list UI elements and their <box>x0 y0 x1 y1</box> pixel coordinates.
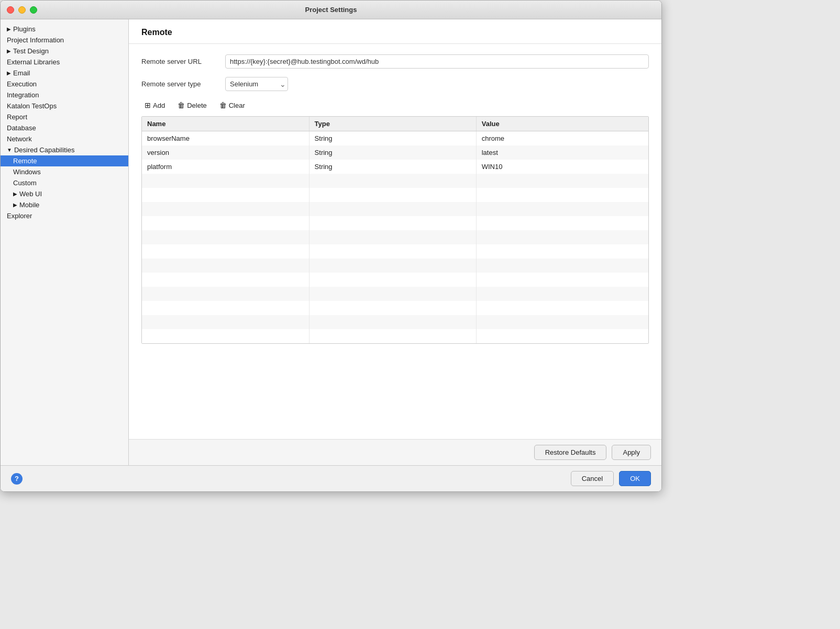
cell-empty <box>142 301 309 315</box>
cell-value: WIN10 <box>476 160 648 174</box>
cell-empty <box>309 259 476 273</box>
sidebar-item-mobile[interactable]: ▶Mobile <box>1 199 128 210</box>
sidebar-item-label: Desired Capabilities <box>14 146 75 154</box>
delete-icon: 🗑 <box>178 101 185 109</box>
table-row[interactable]: platformStringWIN10 <box>142 160 648 174</box>
cell-empty <box>476 216 648 230</box>
cell-empty <box>476 301 648 315</box>
sidebar-item-explorer[interactable]: Explorer <box>1 210 128 221</box>
minimize-button[interactable] <box>18 6 26 14</box>
sidebar-item-label: Email <box>13 69 30 77</box>
col-header-value: Value <box>476 117 648 131</box>
apply-button[interactable]: Apply <box>612 445 651 460</box>
content-header: Remote <box>129 19 661 44</box>
arrow-icon: ▶ <box>7 70 11 76</box>
sidebar-item-email[interactable]: ▶Email <box>1 68 128 78</box>
sidebar-item-custom[interactable]: Custom <box>1 177 128 188</box>
cell-empty <box>142 216 309 230</box>
cell-empty <box>142 188 309 202</box>
sidebar-item-test-design[interactable]: ▶Test Design <box>1 46 128 57</box>
capabilities-toolbar: ⊞ Add 🗑 Delete 🗑 Clear <box>141 99 649 111</box>
cell-name: browserName <box>142 131 309 146</box>
delete-button[interactable]: 🗑 Delete <box>174 99 210 111</box>
remote-server-url-input[interactable] <box>225 54 649 69</box>
sidebar-item-label: Custom <box>13 179 37 187</box>
cell-value: chrome <box>476 131 648 146</box>
cell-empty <box>476 188 648 202</box>
close-button[interactable] <box>7 6 14 14</box>
sidebar-item-label: Explorer <box>7 212 32 220</box>
cell-name: platform <box>142 160 309 174</box>
cell-empty <box>309 230 476 244</box>
cell-empty <box>142 273 309 287</box>
cell-empty <box>142 244 309 259</box>
sidebar-item-database[interactable]: Database <box>1 122 128 133</box>
remote-server-type-row: Remote server type SeleniumAppium ⌄ <box>141 77 649 91</box>
table-body: browserNameStringchromeversionStringlate… <box>142 131 648 344</box>
cell-empty <box>309 315 476 329</box>
table-row-empty <box>142 202 648 216</box>
sidebar-item-windows[interactable]: Windows <box>1 166 128 177</box>
table-row-empty <box>142 287 648 301</box>
bottom-bar: ? Cancel OK <box>1 465 661 491</box>
cell-empty <box>309 174 476 188</box>
table-row-empty <box>142 230 648 244</box>
cell-empty <box>142 329 309 343</box>
sidebar-item-desired-capabilities[interactable]: ▼Desired Capabilities <box>1 144 128 155</box>
sidebar-item-network[interactable]: Network <box>1 133 128 144</box>
sidebar-item-label: Project Information <box>7 36 64 44</box>
arrow-icon: ▶ <box>7 26 11 32</box>
capabilities-table-wrapper: Name Type Value browserNameStringchromev… <box>141 116 649 344</box>
cell-type: String <box>309 131 476 146</box>
cell-empty <box>142 202 309 216</box>
window-title: Project Settings <box>305 6 357 14</box>
sidebar-item-project-information[interactable]: Project Information <box>1 35 128 46</box>
cancel-button[interactable]: Cancel <box>571 471 614 486</box>
content-footer: Restore Defaults Apply <box>129 439 661 465</box>
sidebar-item-katalon-testops[interactable]: Katalon TestOps <box>1 100 128 111</box>
remote-server-url-row: Remote server URL <box>141 54 649 69</box>
cell-empty <box>142 174 309 188</box>
cell-empty <box>309 188 476 202</box>
sidebar-item-report[interactable]: Report <box>1 111 128 122</box>
delete-label: Delete <box>187 102 207 109</box>
sidebar-item-web-ui[interactable]: ▶Web UI <box>1 188 128 199</box>
table-row[interactable]: browserNameStringchrome <box>142 131 648 146</box>
clear-icon: 🗑 <box>219 101 227 109</box>
table-row[interactable]: versionStringlatest <box>142 145 648 160</box>
cell-type: String <box>309 145 476 160</box>
help-button[interactable]: ? <box>11 473 23 485</box>
cell-empty <box>476 202 648 216</box>
ok-button[interactable]: OK <box>619 471 651 486</box>
table-row-empty <box>142 188 648 202</box>
table-row-empty <box>142 244 648 259</box>
sidebar-item-plugins[interactable]: ▶Plugins <box>1 24 128 35</box>
cell-empty <box>309 273 476 287</box>
sidebar-item-remote[interactable]: Remote <box>1 155 128 166</box>
sidebar-item-label: Network <box>7 135 32 143</box>
sidebar-item-execution[interactable]: Execution <box>1 78 128 89</box>
cell-empty <box>309 202 476 216</box>
sidebar-item-label: Integration <box>7 91 39 99</box>
sidebar-item-external-libraries[interactable]: External Libraries <box>1 57 128 68</box>
sidebar-item-label: External Libraries <box>7 58 60 66</box>
cell-empty <box>309 244 476 259</box>
cell-empty <box>476 315 648 329</box>
restore-defaults-button[interactable]: Restore Defaults <box>534 445 607 460</box>
add-button[interactable]: ⊞ Add <box>141 99 168 111</box>
table-row-empty <box>142 329 648 343</box>
cell-empty <box>309 301 476 315</box>
window-controls <box>7 6 37 14</box>
sidebar-item-integration[interactable]: Integration <box>1 89 128 100</box>
maximize-button[interactable] <box>30 6 37 14</box>
sidebar-item-label: Remote <box>13 157 37 165</box>
add-icon: ⊞ <box>145 101 151 109</box>
cell-empty <box>309 329 476 343</box>
table-row-empty <box>142 273 648 287</box>
remote-server-type-select[interactable]: SeleniumAppium <box>225 77 288 91</box>
table-row-empty <box>142 174 648 188</box>
cell-empty <box>476 174 648 188</box>
cell-name: version <box>142 145 309 160</box>
clear-button[interactable]: 🗑 Clear <box>216 99 248 111</box>
cell-empty <box>142 315 309 329</box>
